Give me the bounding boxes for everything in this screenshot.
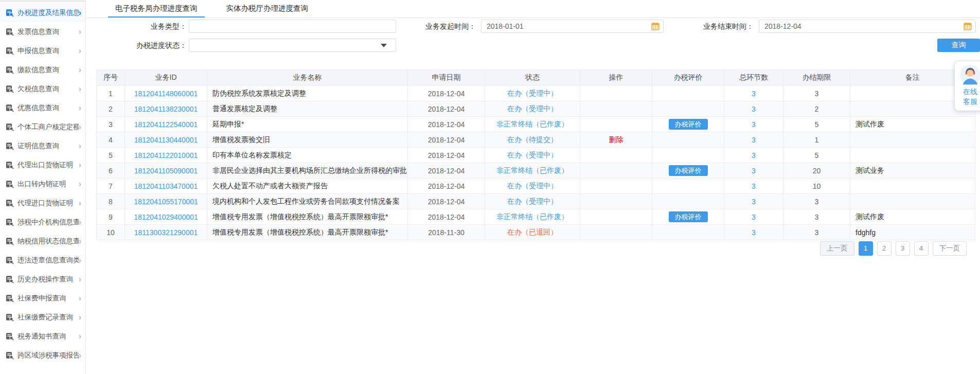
table-row: 2 1812041138230001 普通发票核定及调整 2018-12-04 …: [97, 101, 975, 117]
tax-notice-query-icon: [6, 332, 14, 341]
online-service-widget[interactable]: 在线客服: [954, 61, 980, 111]
sidebar-item-label: 违法违章信息查询类: [17, 256, 79, 265]
tab-bar: 电子税务局办理进度查询实体办税厅办理进度查询: [86, 0, 980, 18]
business-id-link[interactable]: 1812041103470001: [134, 182, 198, 190]
chevron-right-icon: ›: [79, 199, 81, 207]
next-page-button[interactable]: 下一页: [933, 241, 967, 256]
business-id-link[interactable]: 1812041105090001: [134, 167, 198, 175]
sidebar-item-label: 代理进口货物证明: [17, 199, 79, 208]
sidebar-item[interactable]: 欠税信息查询 ›: [0, 79, 85, 98]
evaluate-button[interactable]: 办税评价: [669, 165, 708, 176]
query-button[interactable]: 查询: [937, 39, 980, 52]
column-header: 业务ID: [125, 70, 207, 86]
page-number-button[interactable]: 3: [896, 241, 910, 256]
cell-status: 在办（待提交）: [485, 132, 580, 148]
sidebar-item[interactable]: 缴款信息查询 ›: [0, 60, 85, 79]
total-links-link[interactable]: 3: [752, 151, 756, 159]
page-number-button[interactable]: 2: [877, 241, 892, 256]
column-header: 申请日期: [408, 70, 485, 86]
chevron-right-icon: ›: [79, 142, 81, 150]
sidebar-item[interactable]: 历史办税操作查询 ›: [0, 270, 85, 289]
sidebar-item[interactable]: 优惠信息查询 ›: [0, 98, 85, 117]
total-links-link[interactable]: 3: [752, 120, 756, 129]
tab[interactable]: 实体办税厅办理进度查询: [219, 0, 316, 17]
page-number-button[interactable]: 1: [859, 241, 873, 256]
sidebar-item[interactable]: 代理进口货物证明 ›: [0, 193, 85, 212]
cell-seq: 4: [97, 132, 125, 148]
cell-action: [580, 179, 652, 194]
chevron-right-icon: ›: [79, 332, 81, 341]
cell-remark: [850, 194, 975, 209]
sidebar-item[interactable]: 税务通知书查询 ›: [0, 327, 85, 346]
sidebar-item[interactable]: 办税进度及结果信息查询 ›: [0, 3, 85, 22]
calendar-icon[interactable]: [964, 22, 972, 30]
business-id-link[interactable]: 1812041055170001: [134, 198, 198, 206]
sidebar-item[interactable]: 代理出口货物证明 ›: [0, 155, 85, 174]
sidebar-item[interactable]: 出口转内销证明 ›: [0, 174, 85, 193]
sidebar-item[interactable]: 涉税中介机构信息查询 ›: [0, 212, 85, 231]
start-time-input[interactable]: [481, 20, 664, 33]
sidebar-item-label: 个体工商户核定定额信息查询: [17, 122, 79, 132]
sidebar-item-label: 社保缴费记录查询: [17, 313, 79, 322]
chevron-right-icon: ›: [79, 294, 81, 302]
business-id-link[interactable]: 1812041122010001: [134, 151, 198, 159]
cell-business-name: 增值税专用发票（增值税税控系统）最高开票限额审批*: [207, 209, 408, 225]
business-id-link[interactable]: 1812041029400001: [134, 213, 198, 221]
column-header: 操作: [580, 70, 652, 86]
business-id-link[interactable]: 1812041138230001: [134, 105, 198, 113]
status-text: 非正常终结（已作废）: [496, 166, 568, 174]
total-links-link[interactable]: 3: [752, 198, 756, 206]
chevron-right-icon: ›: [79, 85, 81, 93]
progress-status-select[interactable]: [189, 39, 396, 52]
evaluate-button[interactable]: 办税评价: [669, 119, 708, 130]
chevron-right-icon: ›: [79, 237, 81, 245]
total-links-link[interactable]: 3: [752, 213, 756, 221]
business-id-link[interactable]: 1811300321290001: [134, 228, 198, 237]
business-type-input[interactable]: [189, 20, 396, 33]
tab[interactable]: 电子税务局办理进度查询: [108, 0, 205, 17]
cell-business-name: 增值税专用发票（增值税税控系统）最高开票限额审批*: [207, 225, 408, 240]
cell-business-id: 1812041105090001: [125, 163, 207, 179]
status-text: 在办（待提交）: [507, 135, 558, 144]
sidebar-item-label: 跨区域涉税事项报告查询: [17, 351, 79, 360]
total-links-link[interactable]: 3: [752, 167, 756, 175]
cell-total-links: 3: [724, 117, 783, 132]
delete-link[interactable]: 删除: [609, 135, 623, 144]
tax-intermediary-info-query-icon: [6, 218, 14, 226]
page-number-button[interactable]: 4: [914, 241, 929, 256]
business-id-link[interactable]: 1812041148060001: [134, 90, 198, 98]
sidebar-item-label: 出口转内销证明: [17, 180, 79, 189]
column-header: 业务名称: [207, 70, 408, 86]
total-links-link[interactable]: 3: [752, 182, 756, 190]
sidebar-item[interactable]: 证明信息查询 ›: [0, 136, 85, 155]
sidebar-item[interactable]: 纳税信用状态信息查询 ›: [0, 231, 85, 251]
sidebar-item[interactable]: 跨区域涉税事项报告查询 ›: [0, 346, 85, 365]
sidebar-item[interactable]: 违法违章信息查询类 ›: [0, 251, 85, 270]
column-header: 状态: [485, 70, 580, 86]
calendar-icon[interactable]: [651, 22, 660, 30]
prev-page-button[interactable]: 上一页: [820, 241, 854, 256]
sidebar-item[interactable]: 社保缴费记录查询 ›: [0, 308, 85, 327]
total-links-link[interactable]: 3: [752, 228, 756, 237]
total-links-link[interactable]: 3: [752, 90, 756, 98]
sidebar-item[interactable]: 申报信息查询 ›: [0, 41, 85, 60]
sidebar-item[interactable]: 发票信息查询 ›: [0, 22, 85, 41]
cell-deadline: 3: [783, 225, 850, 240]
cell-action: [580, 194, 652, 209]
agent-export-goods-cert-icon: [6, 161, 14, 169]
end-time-input[interactable]: [759, 20, 976, 33]
business-id-link[interactable]: 1812041130440001: [134, 136, 198, 144]
business-id-link[interactable]: 1812041122540001: [134, 120, 198, 129]
cell-remark: fdghfg: [850, 225, 975, 240]
sidebar-item[interactable]: 社保费申报查询 ›: [0, 289, 85, 308]
column-header: 序号: [97, 70, 125, 86]
cell-evaluate: [652, 179, 724, 194]
pagination: 上一页1234下一页: [96, 241, 975, 256]
total-links-link[interactable]: 3: [752, 136, 756, 144]
individual-quota-info-query-icon: [6, 123, 14, 131]
cell-business-id: 1812041055170001: [125, 194, 207, 209]
total-links-link[interactable]: 3: [752, 105, 756, 113]
evaluate-button[interactable]: 办税评价: [669, 211, 708, 222]
chevron-right-icon: ›: [79, 104, 81, 112]
sidebar-item[interactable]: 个体工商户核定定额信息查询 ›: [0, 117, 85, 136]
